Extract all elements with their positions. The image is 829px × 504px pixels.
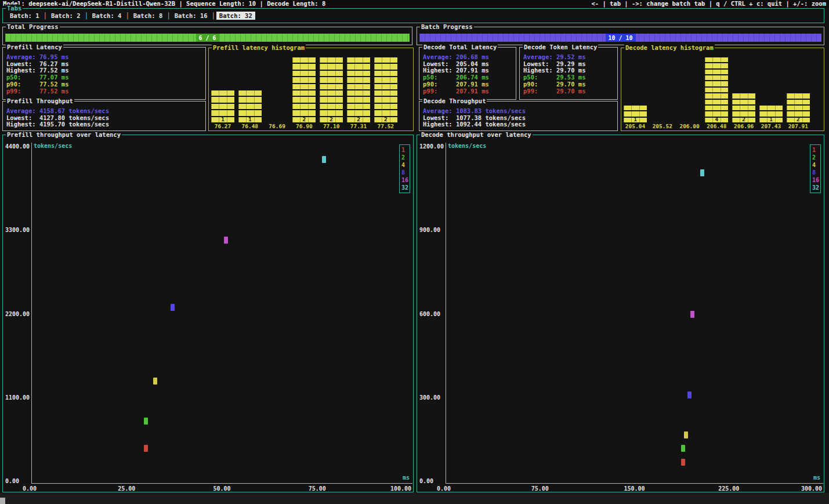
legend-entry-batch-8: 8 <box>401 169 410 176</box>
x-tick-label: 0.00 <box>23 485 37 492</box>
scatter-point-batch-8 <box>687 391 692 398</box>
tab-batch-4[interactable]: Batch: 4 <box>89 12 125 20</box>
x-tick-label: 50.00 <box>213 485 230 492</box>
prefill-latency-box: Prefill Latency Average: 76.95 msLowest:… <box>2 47 206 100</box>
histogram-bar-count: 2 <box>292 117 316 122</box>
x-tick-label: 75.00 <box>531 485 549 492</box>
decode-throughput-rows: Average: 1083.83 tokens/secsLowest: 1077… <box>423 108 616 128</box>
legend-entry-batch-16: 16 <box>401 176 410 184</box>
stat-row: p99: 29.70 ms <box>523 88 616 95</box>
scatter-point-batch-32 <box>700 169 704 176</box>
tab-batch-1[interactable]: Batch: 1 <box>7 12 42 20</box>
prefill-scatter-plot: tokens/secsms0.001100.002200.003300.0044… <box>3 135 413 492</box>
tab-divider: │ <box>211 12 216 19</box>
legend-entry-batch-4: 4 <box>401 161 410 169</box>
stat-row: Highest: 4195.70 tokens/secs <box>6 121 204 128</box>
y-axis-unit-label: tokens/secs <box>34 143 72 150</box>
x-tick-label: 75.00 <box>309 485 326 492</box>
decode-token-latency-box: Decode Token Latency Average: 29.52 msLo… <box>519 47 618 100</box>
histogram-bar: 1 <box>238 90 262 122</box>
batch-tabs: Batch: 1│Batch: 2│Batch: 4│Batch: 8│Batc… <box>3 9 824 23</box>
x-tick-label: 100.00 <box>390 485 411 492</box>
prefill-throughput-title: Prefill Throughput <box>6 97 74 105</box>
prefill-latency-rows: Average: 76.95 msLowest: 76.27 msHighest… <box>6 54 204 95</box>
tab-batch-8[interactable]: Batch: 8 <box>131 12 166 20</box>
batch-progress-title: Batch Progress <box>420 23 474 31</box>
decode-token-latency-title: Decode Token Latency <box>523 43 598 51</box>
histogram-bin-label: 76.27 <box>211 123 234 129</box>
histogram-bin-label: 77.52 <box>374 123 397 129</box>
scatter-point-batch-4 <box>684 432 688 438</box>
histogram-bin-label: 77.10 <box>320 123 343 129</box>
stat-row: p99: 207.91 ms <box>423 88 514 95</box>
decode-throughput-box: Decode Throughput Average: 1083.83 token… <box>419 101 618 131</box>
stat-row: Average: 206.68 ms <box>423 54 514 61</box>
scrollbar-thumb[interactable] <box>0 498 5 504</box>
legend-entry-batch-1: 1 <box>401 146 410 154</box>
tab-batch-2[interactable]: Batch: 2 <box>48 12 84 20</box>
y-axis-unit-label: tokens/secs <box>448 143 486 150</box>
x-axis-line <box>446 483 823 484</box>
model-info: Model: deepseek-ai/DeepSeek-R1-Distill-Q… <box>3 0 325 8</box>
tab-batch-32[interactable]: Batch: 32 <box>216 12 255 20</box>
x-axis-unit-label: ms <box>813 474 820 481</box>
histogram-bin-label: 205.52 <box>651 123 674 129</box>
histogram-bar-count: 2 <box>732 117 755 122</box>
histogram-bar-count: 1 <box>624 117 647 122</box>
tab-divider: │ <box>165 12 171 19</box>
legend-entry-batch-1: 1 <box>812 146 820 154</box>
histogram-bar-count: 2 <box>787 117 810 122</box>
scatter-point-batch-2 <box>681 445 685 452</box>
histogram-bar: 2 <box>787 93 810 122</box>
legend-entry-batch-8: 8 <box>812 169 820 176</box>
legend-entry-batch-4: 4 <box>812 161 820 169</box>
decode-total-latency-title: Decode Total Latency <box>422 43 498 51</box>
histogram-bar: 2 <box>374 57 397 122</box>
stat-row: Highest: 1092.44 tokens/secs <box>423 121 616 128</box>
prefill-throughput-rows: Average: 4158.67 tokens/secsLowest: 4127… <box>6 108 204 128</box>
histogram-bar-count: 1 <box>238 117 262 122</box>
prefill-latency-title: Prefill Latency <box>6 43 63 51</box>
histogram-bin-label: 76.90 <box>292 123 316 129</box>
legend-entry-batch-2: 2 <box>401 154 410 161</box>
scatter-point-batch-16 <box>224 237 228 244</box>
decode-total-latency-box: Decode Total Latency Average: 206.68 msL… <box>419 47 516 100</box>
scatter-point-batch-1 <box>681 459 685 466</box>
total-progress-title: Total Progress <box>6 23 60 31</box>
y-tick-label: 1100.00 <box>5 394 32 401</box>
decode-histogram-plot: 1205.04205.52206.004206.482206.961207.43… <box>621 48 824 130</box>
stat-row: p99: 77.52 ms <box>6 88 204 95</box>
y-tick-label: 4400.00 <box>5 143 32 150</box>
scatter-point-batch-16 <box>690 311 694 318</box>
scatter-point-batch-4 <box>153 378 157 385</box>
histogram-bar: 4 <box>705 57 728 122</box>
terminal-screen: Model: deepseek-ai/DeepSeek-R1-Distill-Q… <box>0 0 829 504</box>
scatter-point-batch-2 <box>144 418 148 425</box>
histogram-bin-label: 76.48 <box>238 123 262 129</box>
histogram-bar: 2 <box>320 57 343 122</box>
legend-entry-batch-32: 32 <box>401 184 410 191</box>
stat-row: p90: 207.91 ms <box>423 81 514 88</box>
scatter-point-batch-8 <box>171 304 175 311</box>
stat-row: Average: 4158.67 tokens/secs <box>6 108 204 115</box>
histogram-bar-count: 2 <box>320 117 343 122</box>
histogram-bin-label: 206.96 <box>732 123 755 129</box>
histogram-bin-label: 77.31 <box>347 123 370 129</box>
tab-batch-16[interactable]: Batch: 16 <box>172 12 211 20</box>
decode-token-latency-rows: Average: 29.52 msLowest: 29.29 msHighest… <box>523 54 616 95</box>
histogram-bar: 1 <box>624 106 647 122</box>
stat-row: Average: 29.52 ms <box>523 54 616 61</box>
status-bar: Model: deepseek-ai/DeepSeek-R1-Distill-Q… <box>0 0 829 8</box>
histogram-bin-label: 206.48 <box>705 123 728 129</box>
keybinding-help: <- | tab | ->: change batch tab | q / CT… <box>591 0 826 8</box>
total-progress-box: Total Progress 6 / 6 <box>2 27 412 45</box>
histogram-bin-label: 207.91 <box>787 123 810 129</box>
histogram-bar: 2 <box>732 93 755 122</box>
histogram-bar-count: 1 <box>759 117 783 122</box>
histogram-bar-count: 2 <box>374 117 397 122</box>
chart-legend: 12481632 <box>399 144 410 193</box>
x-tick-label: 25.00 <box>118 485 135 492</box>
batch-progress-bar: 10 / 10 <box>419 34 821 42</box>
y-tick-label: 300.00 <box>419 394 446 401</box>
decode-scatter-plot: tokens/secsms0.00300.00600.00900.001200.… <box>417 135 824 492</box>
